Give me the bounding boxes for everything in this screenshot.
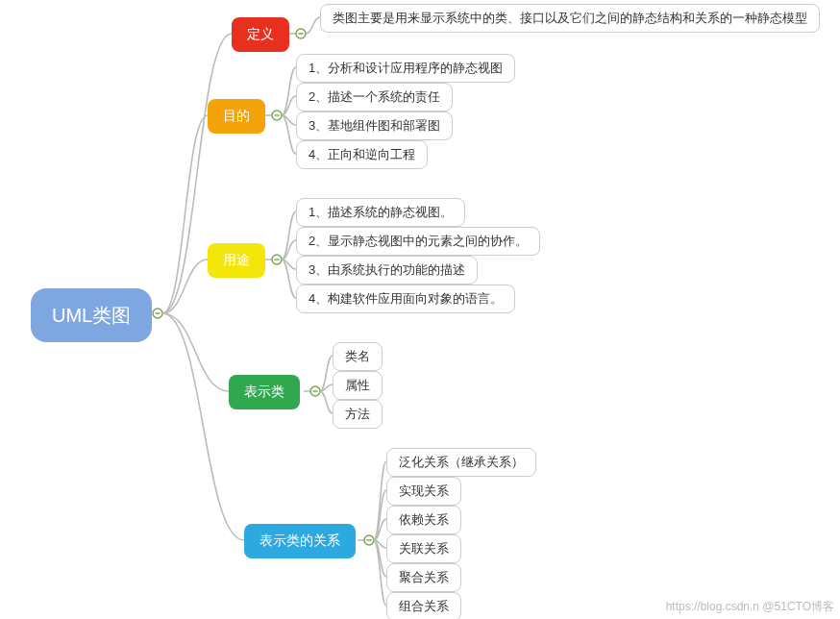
leaf-purpose-2[interactable]: 3、基地组件图和部署图: [296, 111, 453, 140]
branch-class_relations[interactable]: 表示类的关系: [244, 524, 356, 558]
branch-definition[interactable]: 定义: [232, 17, 289, 52]
leaf-purpose-0[interactable]: 1、分析和设计应用程序的静态视图: [296, 54, 515, 83]
leaf-usage-1[interactable]: 2、显示静态视图中的元素之间的协作。: [296, 227, 540, 256]
leaf-class_relations-1[interactable]: 实现关系: [386, 477, 461, 506]
root-node[interactable]: UML类图: [31, 288, 152, 342]
leaf-usage-3[interactable]: 4、构建软件应用面向对象的语言。: [296, 285, 515, 313]
svg-point-4: [272, 111, 282, 120]
leaf-purpose-3[interactable]: 4、正向和逆向工程: [296, 140, 428, 169]
svg-point-8: [310, 386, 320, 396]
svg-point-0: [153, 309, 162, 318]
leaf-class_relations-0[interactable]: 泛化关系（继承关系）: [386, 448, 536, 477]
leaf-represent_class-1[interactable]: 属性: [333, 371, 383, 400]
mindmap-canvas: https://blog.csdn.n @51CTO博客 UML类图定义类图主要…: [0, 0, 840, 619]
svg-point-10: [364, 535, 374, 545]
leaf-represent_class-0[interactable]: 类名: [333, 342, 383, 371]
leaf-purpose-1[interactable]: 2、描述一个系统的责任: [296, 83, 453, 111]
svg-point-2: [296, 29, 306, 38]
leaf-usage-0[interactable]: 1、描述系统的静态视图。: [296, 198, 465, 227]
leaf-usage-2[interactable]: 3、由系统执行的功能的描述: [296, 256, 478, 285]
leaf-class_relations-4[interactable]: 聚合关系: [386, 563, 461, 592]
branch-represent_class[interactable]: 表示类: [229, 375, 300, 409]
leaf-class_relations-2[interactable]: 依赖关系: [386, 506, 461, 534]
leaf-class_relations-3[interactable]: 关联关系: [386, 534, 461, 563]
leaf-represent_class-2[interactable]: 方法: [333, 400, 383, 429]
branch-usage[interactable]: 用途: [208, 243, 265, 278]
branch-purpose[interactable]: 目的: [208, 99, 265, 134]
watermark: https://blog.csdn.n @51CTO博客: [666, 599, 834, 615]
leaf-definition-0[interactable]: 类图主要是用来显示系统中的类、接口以及它们之间的静态结构和关系的一种静态模型: [320, 4, 820, 33]
leaf-class_relations-5[interactable]: 组合关系: [386, 592, 461, 619]
svg-point-6: [272, 255, 282, 264]
